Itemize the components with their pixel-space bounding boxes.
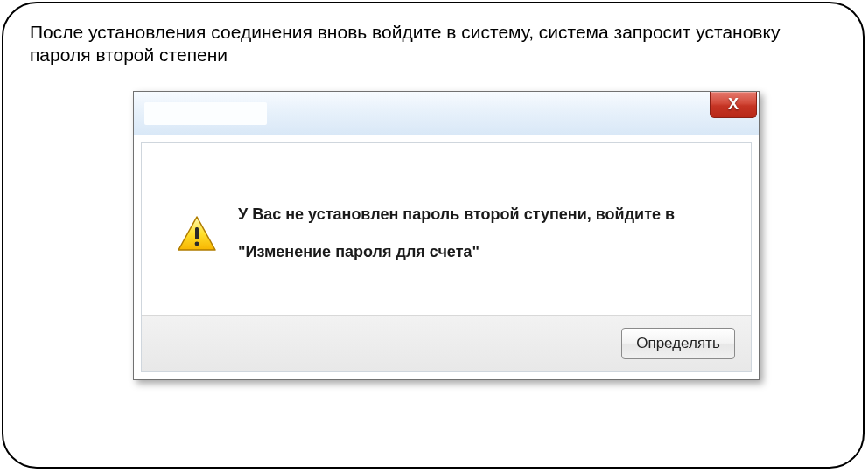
close-icon: X [728,95,738,114]
button-bar: Определять [142,315,751,371]
instruction-text: После установления соединения вновь войд… [30,21,836,67]
titlebar: X [134,92,759,135]
confirm-button[interactable]: Определять [621,328,735,359]
dialog-body: У Вас не установлен пароль второй ступен… [134,135,759,379]
slide-frame: После установления соединения вновь войд… [2,2,864,469]
title-placeholder [144,102,267,125]
dialog-message: У Вас не установлен пароль второй ступен… [238,196,726,271]
warning-icon [177,215,217,252]
svg-point-1 [195,242,200,246]
confirm-button-label: Определять [636,335,720,352]
message-area: У Вас не установлен пароль второй ступен… [142,143,751,315]
close-button[interactable]: X [710,92,757,118]
svg-rect-0 [195,227,199,239]
dialog-window: X [133,91,760,380]
inner-panel: У Вас не установлен пароль второй ступен… [141,142,752,372]
